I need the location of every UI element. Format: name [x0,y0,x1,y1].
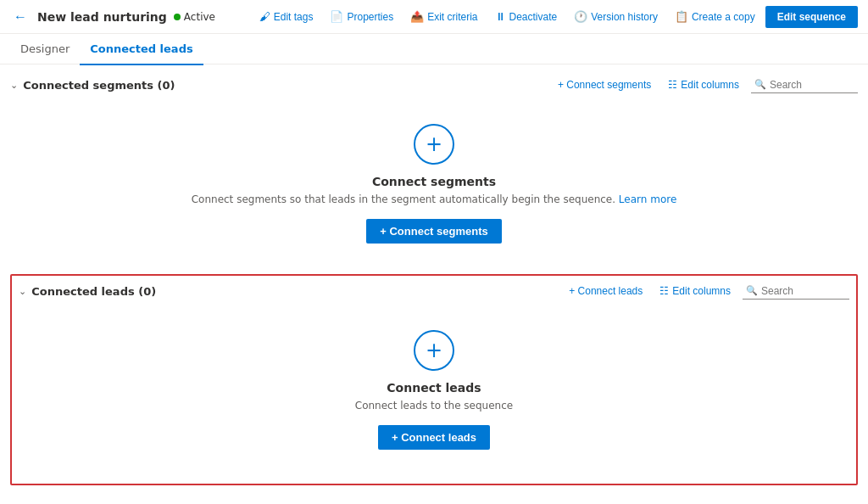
leads-empty-desc-text: Connect leads to the sequence [355,400,513,412]
page-title: New lead nurturing [37,10,167,24]
leads-header-right: + Connect leads ☷ Edit columns 🔍 [564,283,849,300]
edit-columns-leads-icon: ☷ [659,285,669,297]
header-left: ← New lead nurturing Active [10,8,246,26]
tab-designer[interactable]: Designer [10,35,80,65]
status-dot [174,14,181,20]
segments-section: ⌄ Connected segments (0) + Connect segme… [10,71,858,264]
edit-columns-leads-label: Edit columns [672,285,731,297]
leads-empty-title: Connect leads [387,381,481,395]
segments-section-title: Connected segments (0) [23,79,175,92]
segments-search-input[interactable] [770,79,854,91]
properties-button[interactable]: 📄 Properties [323,7,400,26]
segments-search-icon: 🔍 [754,79,766,90]
status-badge: Active [174,11,215,23]
version-history-button[interactable]: 🕐 Version history [567,7,665,26]
properties-label: Properties [347,11,393,23]
header-actions: 🖌 Edit tags 📄 Properties 📤 Exit criteria… [253,6,858,28]
leads-section: ⌄ Connected leads (0) + Connect leads ☷ … [10,274,858,485]
deactivate-label: Deactivate [509,11,558,23]
leads-search-input[interactable] [761,285,846,297]
deactivate-icon: ⏸ [495,10,506,23]
tab-designer-label: Designer [20,42,70,55]
edit-tags-label: Edit tags [274,11,314,23]
leads-section-title: Connected leads (0) [31,285,156,298]
segments-empty-desc: Connect segments so that leads in the se… [192,193,677,205]
back-button[interactable]: ← [10,8,31,26]
create-copy-label: Create a copy [692,11,755,23]
deactivate-button[interactable]: ⏸ Deactivate [488,7,565,26]
connect-segments-header-button[interactable]: + Connect segments [553,76,656,93]
exit-criteria-label: Exit criteria [427,11,477,23]
segments-empty-desc-text: Connect segments so that leads in the se… [192,193,619,205]
leads-header-left: ⌄ Connected leads (0) [19,285,156,298]
segments-section-header: ⌄ Connected segments (0) + Connect segme… [10,71,858,98]
exit-icon: 📤 [410,10,424,23]
segments-empty-title: Connect segments [372,175,496,188]
history-icon: 🕐 [574,10,587,23]
connect-leads-header-button[interactable]: + Connect leads [564,283,648,300]
segments-header-right: + Connect segments ☷ Edit columns 🔍 [553,76,858,93]
segments-search-box: 🔍 [751,77,858,93]
connect-leads-header-label: + Connect leads [569,285,643,297]
leads-search-icon: 🔍 [746,285,758,296]
leads-section-header: ⌄ Connected leads (0) + Connect leads ☷ … [19,276,849,305]
segments-empty-state: + Connect segments Connect segments so t… [10,98,858,264]
edit-columns-segments-label: Edit columns [681,79,739,91]
edit-columns-icon: ☷ [668,79,677,91]
tab-connected-leads[interactable]: Connected leads [80,35,203,65]
create-copy-button[interactable]: 📋 Create a copy [668,7,762,26]
properties-icon: 📄 [330,10,343,23]
main-content: ⌄ Connected segments (0) + Connect segme… [0,64,868,504]
tab-connected-leads-label: Connected leads [90,42,192,55]
header: ← New lead nurturing Active 🖌 Edit tags … [0,0,868,34]
leads-empty-state: + Connect leads Connect leads to the seq… [19,305,849,470]
tabs: Designer Connected leads [0,34,868,64]
status-label: Active [184,11,215,23]
connect-leads-button[interactable]: + Connect leads [378,425,490,450]
version-history-label: Version history [591,11,658,23]
copy-icon: 📋 [675,10,688,23]
connect-segments-header-label: + Connect segments [558,79,651,91]
segments-learn-more-link[interactable]: Learn more [619,193,676,205]
connect-segments-button[interactable]: + Connect segments [366,219,502,244]
segments-plus-circle: + [414,124,454,165]
edit-tags-button[interactable]: 🖌 Edit tags [253,7,320,26]
segments-chevron[interactable]: ⌄ [10,80,18,91]
segments-header-left: ⌄ Connected segments (0) [10,79,175,92]
leads-chevron[interactable]: ⌄ [19,286,26,297]
tags-icon: 🖌 [259,10,270,23]
edit-columns-leads-button[interactable]: ☷ Edit columns [654,283,736,300]
edit-sequence-button[interactable]: Edit sequence [765,6,858,28]
exit-criteria-button[interactable]: 📤 Exit criteria [403,7,484,26]
leads-plus-circle: + [414,330,454,371]
leads-search-box: 🔍 [743,283,849,300]
edit-columns-segments-button[interactable]: ☷ Edit columns [663,76,744,93]
leads-empty-desc: Connect leads to the sequence [355,400,513,412]
